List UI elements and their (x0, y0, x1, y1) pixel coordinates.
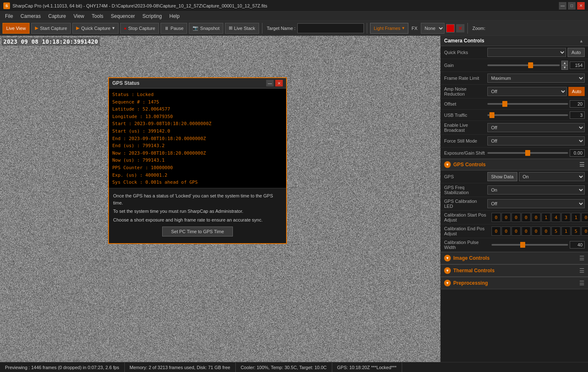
gps-row-label: GPS (444, 174, 486, 179)
gps-data-line: Latitude : 52.0064577 (112, 106, 283, 113)
maximize-button[interactable]: □ (568, 2, 576, 10)
cal-start-d6: 4 (551, 213, 561, 222)
gps-controls-menu-icon: ☰ (579, 161, 585, 168)
gps-data-line: Now (us) : 799143.1 (112, 157, 283, 164)
gps-freq-select[interactable]: On (487, 185, 585, 195)
gps-data-row: GPS Show Data On (441, 170, 588, 183)
amp-noise-auto-button[interactable]: Auto (568, 87, 585, 96)
gps-dialog-minimize[interactable]: — (266, 80, 274, 86)
cal-start-d9: 0 (581, 213, 588, 222)
menu-view[interactable]: View (70, 12, 88, 20)
gps-data-line: Longitude : 13.0079350 (112, 113, 283, 121)
exposure-gain-label: Exposure/Gain Shift (444, 150, 486, 155)
usb-slider[interactable] (487, 114, 568, 116)
gps-status-select[interactable]: On (519, 172, 585, 181)
cal-start-digits: 0 0 0 0 0 1 4 3 1 0 (492, 213, 588, 222)
main-area: 2023 09 08 10:18:20:3991420 GPS Status —… (0, 36, 588, 362)
target-name-label: Target Name : (267, 26, 296, 31)
menu-file[interactable]: File (2, 12, 16, 20)
dropdown-arrow: ▾ (112, 25, 115, 31)
live-broadcast-select[interactable]: Off (487, 123, 585, 132)
gps-controls-title: GPS Controls (453, 162, 486, 168)
menu-help[interactable]: Help (166, 12, 183, 20)
timestamp-display: 2023 09 08 10:18:20:3991420 (2, 37, 100, 46)
amp-noise-label: Amp Noise Reduction (444, 86, 486, 96)
force-still-select[interactable]: Off (487, 136, 585, 145)
gps-collapse-icon: ▼ (444, 161, 451, 168)
gps-cal-led-select[interactable]: Off (487, 199, 585, 208)
live-broadcast-label: Enable Live Broadcast (444, 123, 486, 133)
gps-data-line: Sequence # : 1475 (112, 99, 283, 106)
quick-picks-auto-button[interactable]: Auto (568, 48, 585, 57)
pause-button[interactable]: ⏸ Pause (161, 23, 187, 34)
menu-bar: File Cameras Capture View Tools Sequence… (0, 12, 588, 21)
amp-noise-select[interactable]: Off (487, 87, 567, 96)
gps-data-line: Now : 2023-09-08T10:18:20.0000000Z (112, 150, 283, 157)
live-view-button[interactable]: Live View (2, 23, 30, 34)
preview-status: Previewing : 1446 frames (0 dropped) in … (0, 362, 125, 372)
gps-data-line: Status : Locked (112, 91, 283, 99)
preprocessing-collapse-icon: ▼ (444, 280, 451, 286)
cal-end-label: Calibration End Pos Adjust (444, 226, 490, 236)
stack-icon: ⊞ (229, 25, 232, 31)
gps-data-line: Start : 2023-09-08T10:18:20.0000000Z (112, 120, 283, 128)
gps-dialog-close[interactable]: ✕ (275, 80, 283, 86)
target-name-input[interactable] (297, 23, 364, 33)
image-controls-header[interactable]: ▼ Image Controls ☰ (441, 252, 588, 264)
gps-data-line: End (us) : 799143.2 (112, 142, 283, 150)
gps-freq-row: GPS Freq Stabilization On (441, 183, 588, 197)
menu-tools[interactable]: Tools (89, 12, 107, 20)
snapshot-button[interactable]: 📷 Snapshot (189, 23, 223, 34)
menu-cameras[interactable]: Cameras (17, 12, 44, 20)
gain-up-button[interactable]: ▲ (561, 61, 568, 65)
stop-icon: ● (124, 26, 127, 31)
fx-select[interactable]: None (421, 23, 445, 34)
cal-end-d9: 0 (581, 227, 588, 236)
right-control-panel: Camera Controls ▲ Quick Picks Auto Gain … (440, 36, 588, 362)
memory-status: Memory: 2 of 3213 frames used, Disk: 71 … (125, 362, 236, 372)
cooler-status: Cooler: 100%, Temp: 30.5C, Target: 10.0C (236, 362, 332, 372)
set-pc-time-button[interactable]: Set PC Time to GPS Time (162, 227, 232, 237)
fx-label: FX (412, 26, 418, 31)
quick-picks-select[interactable] (487, 48, 566, 57)
frame-rate-select[interactable]: Maximum (487, 74, 585, 83)
offset-slider[interactable] (487, 103, 568, 105)
menu-sequencer[interactable]: Sequencer (108, 12, 138, 20)
cal-start-d0: 0 (492, 213, 501, 222)
show-data-button[interactable]: Show Data (487, 172, 517, 181)
minimize-button[interactable]: — (559, 2, 566, 10)
image-controls-title: Image Controls (453, 255, 577, 261)
start-capture-button[interactable]: ▶ Start Capture (31, 23, 71, 34)
menu-scripting[interactable]: Scripting (139, 12, 166, 20)
quick-capture-button[interactable]: ▶ Quick Capture ▾ (72, 23, 118, 34)
gain-slider[interactable] (487, 64, 560, 66)
live-stack-button[interactable]: ⊞ Live Stack (225, 23, 259, 34)
frame-rate-row: Frame Rate Limit Maximum (441, 72, 588, 85)
gps-data-line: End : 2023-09-08T10:18:20.0000000Z (112, 135, 283, 143)
cal-end-d8: 5 (571, 227, 581, 236)
gps-dialog-title-text: GPS Status (112, 80, 139, 86)
gps-info-p2: To set the system time you must run Shar… (113, 208, 282, 215)
cal-start-d1: 0 (502, 213, 511, 222)
amp-noise-row: Amp Noise Reduction Off Auto (441, 85, 588, 99)
light-frames-button[interactable]: Light Frames ▾ (370, 23, 408, 34)
red-square-button[interactable] (446, 24, 455, 32)
gps-info-text: Once the GPS has a status of 'Locked' yo… (109, 188, 286, 243)
exposure-gain-row: Exposure/Gain Shift 0.00 (441, 148, 588, 159)
thermal-controls-header[interactable]: ▼ Thermal Controls ☰ (441, 264, 588, 277)
gps-controls-header[interactable]: ▼ GPS Controls ☰ (441, 159, 588, 170)
usb-value: 3 (570, 111, 585, 119)
cross-button[interactable]: ✕ (456, 24, 464, 32)
cal-pulse-slider[interactable] (492, 244, 568, 246)
camera-controls-header: Camera Controls ▲ (441, 36, 588, 46)
stop-capture-button[interactable]: ● Stop Capture (120, 23, 159, 34)
toolbar-separator3 (467, 23, 468, 34)
gain-down-button[interactable]: ▼ (561, 65, 568, 70)
close-button[interactable]: ✕ (577, 2, 585, 10)
menu-capture[interactable]: Capture (45, 12, 69, 20)
preprocessing-header[interactable]: ▼ Preprocessing ☰ (441, 277, 588, 289)
record-icon: ▶ (35, 25, 38, 31)
cal-end-d2: 0 (511, 227, 521, 236)
exposure-gain-slider[interactable] (487, 152, 568, 154)
gps-dialog-buttons: — ✕ (266, 80, 283, 86)
